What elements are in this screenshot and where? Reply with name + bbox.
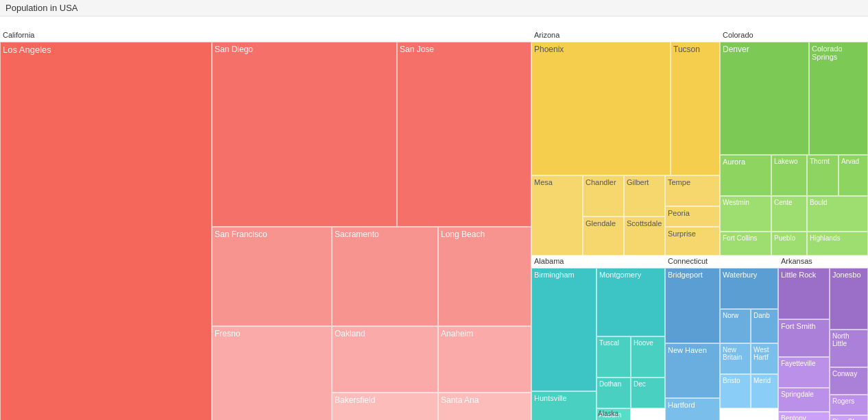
city-bristol[interactable]: Bristo <box>720 374 751 408</box>
city-boulder[interactable]: Bould <box>807 196 868 232</box>
city-little-rock[interactable]: Little Rock <box>778 268 830 319</box>
city-peoria[interactable]: Peoria <box>665 206 720 227</box>
city-north-little-rock[interactable]: North Little <box>830 330 868 367</box>
city-tempe[interactable]: Tempe <box>665 175 720 206</box>
city-fort-collins[interactable]: Fort Collins <box>720 232 771 256</box>
city-new-haven[interactable]: New Haven <box>665 343 720 398</box>
city-decatur[interactable]: Dec <box>631 378 665 408</box>
arizona-label: Arizona <box>531 29 562 40</box>
city-phoenix[interactable]: Phoenix <box>531 42 671 175</box>
city-west-hartford[interactable]: West Hartf <box>751 343 778 374</box>
city-pueblo[interactable]: Pueblo <box>771 232 807 256</box>
city-hoover[interactable]: Hoove <box>631 336 665 378</box>
city-thornton[interactable]: Thornt <box>807 155 839 196</box>
city-oakland[interactable]: Oakland <box>332 326 438 393</box>
colorado-label: Colorado <box>720 29 756 40</box>
city-lakewood[interactable]: Lakewo <box>771 155 807 196</box>
city-pine-bluff[interactable]: Pine Bl <box>830 415 868 420</box>
city-bentonville[interactable]: Bentonv <box>778 412 830 420</box>
alabama-label: Alabama <box>531 256 566 267</box>
city-aurora[interactable]: Aurora <box>720 155 771 196</box>
city-conway[interactable]: Conway <box>830 367 868 395</box>
city-denver[interactable]: Denver <box>720 42 809 155</box>
city-birmingham[interactable]: Birmingham <box>531 268 596 391</box>
city-springdale[interactable]: Springdale <box>778 388 830 412</box>
city-mesa[interactable]: Mesa <box>531 175 583 256</box>
city-westminster[interactable]: Westmin <box>720 196 771 232</box>
city-scottsdale[interactable]: Scottsdale <box>624 217 665 256</box>
city-san-francisco[interactable]: San Francisco <box>212 227 332 326</box>
city-meriden[interactable]: Merid <box>751 374 778 408</box>
city-jonesboro[interactable]: Jonesbo <box>830 268 868 330</box>
city-bakersfield[interactable]: Bakersfield <box>332 393 438 420</box>
arkansas-label: Arkansas <box>778 256 815 267</box>
treemap: California Arizona Colorado Alabama Conn… <box>0 29 868 420</box>
city-san-jose[interactable]: San Jose <box>397 42 531 227</box>
chart-title: Population in USA <box>0 0 868 16</box>
city-huntsville[interactable]: Huntsville <box>531 391 596 420</box>
city-norwalk[interactable]: Norw <box>720 309 751 343</box>
city-tuscaloosa[interactable]: Tuscal <box>596 336 631 378</box>
city-colorado-springs[interactable]: Colorado Springs <box>809 42 868 155</box>
city-new-britain[interactable]: New Britain <box>720 343 751 374</box>
california-label: California <box>0 29 37 40</box>
chart-container: Population in USA California Arizona Col… <box>0 0 868 420</box>
city-highlands-ranch[interactable]: Highlands <box>807 232 868 256</box>
city-dothan[interactable]: Dothan <box>596 378 631 408</box>
city-arvada[interactable]: Arvad <box>839 155 868 196</box>
city-fort-smith[interactable]: Fort Smith <box>778 319 830 357</box>
city-glendale[interactable]: Glendale <box>583 217 624 256</box>
city-waterbury[interactable]: Waterbury <box>720 268 778 309</box>
city-anaheim[interactable]: Anaheim <box>438 326 531 393</box>
city-rogers[interactable]: Rogers <box>830 395 868 415</box>
city-hartford[interactable]: Hartford <box>665 398 720 420</box>
city-santa-ana[interactable]: Santa Ana <box>438 393 531 420</box>
connecticut-label: Connecticut <box>665 256 710 267</box>
alaska-label: Alaska <box>596 408 620 419</box>
city-chandler[interactable]: Chandler <box>583 175 624 217</box>
city-gilbert[interactable]: Gilbert <box>624 175 665 217</box>
city-danbury[interactable]: Danb <box>751 309 778 343</box>
city-surprise[interactable]: Surprise <box>665 227 720 256</box>
city-tucson[interactable]: Tucson <box>671 42 720 175</box>
city-long-beach[interactable]: Long Beach <box>438 227 531 326</box>
city-sacramento[interactable]: Sacramento <box>332 227 438 326</box>
city-montgomery[interactable]: Montgomery <box>596 268 665 336</box>
city-fresno[interactable]: Fresno <box>212 326 332 420</box>
city-fayetteville[interactable]: Fayetteville <box>778 357 830 388</box>
city-centennial[interactable]: Cente <box>771 196 807 232</box>
city-san-diego[interactable]: San Diego <box>212 42 397 227</box>
city-bridgeport[interactable]: Bridgeport <box>665 268 720 343</box>
city-los-angeles[interactable]: Los Angeles <box>0 42 212 420</box>
